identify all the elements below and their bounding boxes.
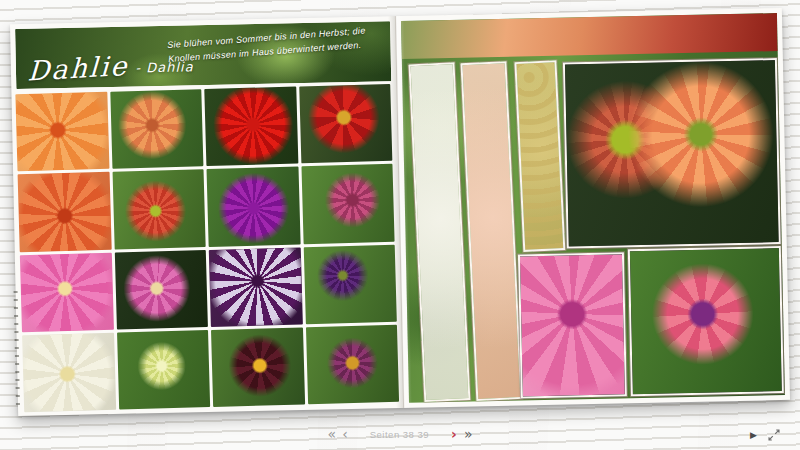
book-title: Dahlie: [27, 50, 129, 87]
photobook-spread: Dahlie- Dahlia Sie blühen vom Sommer bis…: [10, 8, 790, 416]
photo-yellow-green-dahlia-bud: [117, 330, 211, 410]
photo-pink-dahlia-closeup: [20, 252, 114, 332]
photo-grid: [15, 84, 399, 412]
strip-white-flower: [408, 62, 470, 402]
photo-pink-pointed-dahlia: [114, 250, 208, 330]
nav-previous-page-button[interactable]: ‹: [342, 427, 348, 441]
photo-red-pompom-dahlia: [112, 169, 206, 249]
nav-last-page-button[interactable]: »: [464, 427, 473, 441]
page-header: Dahlie- Dahlia Sie blühen vom Sommer bis…: [15, 21, 391, 89]
intro-text: Sie blühen vom Sommer bis in den Herbst;…: [167, 24, 367, 67]
page-navigation: « ‹ Seiten 38 39 › »: [0, 426, 800, 442]
photo-orange-dahlia-closeup: [15, 92, 109, 172]
photo-maroon-collarette-dahlia: [211, 327, 305, 407]
photo-red-star-dahlia: [299, 84, 393, 164]
right-page[interactable]: [396, 8, 790, 408]
photo-two-orange-dahlias: [563, 58, 781, 248]
garden-background-photo: [401, 13, 785, 403]
strip-yellow-pompom: [514, 60, 565, 252]
photo-purple-gold-opening-bud: [305, 325, 399, 405]
photo-pink-dahlia-bud-purple-center: [630, 248, 782, 394]
fullscreen-icon[interactable]: [768, 429, 780, 441]
nav-first-page-button[interactable]: «: [328, 427, 337, 441]
photo-pink-dahlia-macro: [520, 254, 625, 396]
viewer-controls: ▶: [750, 429, 780, 441]
page-edge-texture: [14, 291, 20, 406]
photo-orange-red-dahlia-closeup: [18, 172, 112, 252]
photo-peach-dahlia-garden: [110, 89, 204, 169]
photo-pink-dahlia-macro: [518, 252, 627, 398]
photo-purple-cactus-dahlia: [207, 167, 301, 247]
photo-pink-red-dahlia-bud: [301, 164, 395, 244]
photo-white-dahlia-closeup: [22, 332, 116, 412]
photo-two-orange-dahlias: [565, 60, 779, 246]
nav-next-page-button[interactable]: ›: [451, 427, 457, 441]
page-indicator: Seiten 38 39: [370, 429, 429, 440]
play-slideshow-button[interactable]: ▶: [750, 429, 757, 441]
photo-dark-purple-white-tip-dahlia: [209, 247, 303, 327]
strip-peach-flower: [460, 61, 522, 401]
photo-purple-dahlia-bud: [303, 244, 397, 324]
left-page[interactable]: Dahlie- Dahlia Sie blühen vom Sommer bis…: [10, 16, 404, 416]
banner-orange-red-flowers: [401, 13, 778, 59]
photo-pink-dahlia-bud: [628, 246, 784, 396]
photo-red-cactus-dahlia: [204, 87, 298, 167]
